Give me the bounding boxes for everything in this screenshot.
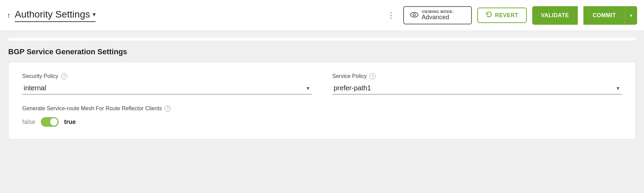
security-policy-value: internal <box>24 84 306 92</box>
service-policy-select[interactable]: prefer-path1 ▼ <box>332 82 622 94</box>
title-underline <box>15 21 96 22</box>
back-button[interactable]: ↑ <box>7 11 11 20</box>
mesh-toggle-label-text: Generate Service-route Mesh For Route Re… <box>22 105 162 112</box>
mesh-toggle-row: Generate Service-route Mesh For Route Re… <box>22 105 622 127</box>
revert-icon <box>486 11 492 20</box>
eye-icon <box>410 11 418 19</box>
svg-point-0 <box>410 12 418 17</box>
header-actions: ⋮ VIEWING MODE: Advanced REVERT <box>384 6 637 25</box>
more-menu-button[interactable]: ⋮ <box>384 8 398 23</box>
app-header: ↑ Authority Settings ▾ ⋮ VIEWING MODE: A… <box>0 0 644 31</box>
title-block: Authority Settings ▾ <box>15 9 96 22</box>
service-policy-dropdown-icon: ▼ <box>616 86 620 91</box>
security-policy-help-icon[interactable]: ? <box>61 73 67 79</box>
section-title: BGP Service Generation Settings <box>8 41 636 62</box>
mesh-toggle-label: Generate Service-route Mesh For Route Re… <box>22 105 622 112</box>
security-policy-field: Security Policy ? internal ▼ <box>22 73 312 94</box>
toggle-true-label: true <box>64 118 76 126</box>
security-policy-dropdown-icon: ▼ <box>306 86 310 91</box>
viewing-mode-button[interactable]: VIEWING MODE: Advanced <box>403 6 472 24</box>
validate-button[interactable]: VALIDATE <box>532 6 578 25</box>
main-content: BGP Service Generation Settings Security… <box>0 31 644 146</box>
service-policy-label: Service Policy ? <box>332 73 622 79</box>
toggle-track <box>41 117 59 127</box>
top-bar <box>8 38 636 41</box>
mesh-toggle-switch[interactable] <box>41 117 59 127</box>
title-dropdown-icon[interactable]: ▾ <box>93 11 96 18</box>
security-policy-label-text: Security Policy <box>22 73 58 79</box>
revert-button[interactable]: REVERT <box>477 8 527 23</box>
settings-card: Security Policy ? internal ▼ Service Pol… <box>8 62 636 139</box>
viewing-mode-value: Advanced <box>422 14 454 21</box>
commit-dropdown-icon: ▾ <box>630 13 632 18</box>
service-policy-value: prefer-path1 <box>334 84 616 92</box>
security-policy-select[interactable]: internal ▼ <box>22 82 312 94</box>
page-title: Authority Settings <box>15 9 90 20</box>
header-left: ↑ Authority Settings ▾ <box>7 9 384 22</box>
commit-group: COMMIT ▾ <box>583 6 637 25</box>
service-policy-field: Service Policy ? prefer-path1 ▼ <box>332 73 622 94</box>
security-policy-label: Security Policy ? <box>22 73 312 79</box>
commit-button[interactable]: COMMIT <box>583 6 625 25</box>
title-row: Authority Settings ▾ <box>15 9 96 20</box>
service-policy-help-icon[interactable]: ? <box>369 73 375 79</box>
viewing-mode-label: VIEWING MODE: <box>422 10 454 14</box>
revert-label: REVERT <box>495 12 518 19</box>
svg-point-1 <box>413 14 415 16</box>
mesh-toggle-help-icon[interactable]: ? <box>165 105 171 112</box>
toggle-false-label: false <box>22 118 35 126</box>
toggle-thumb <box>50 118 58 126</box>
commit-dropdown-button[interactable]: ▾ <box>625 6 637 25</box>
service-policy-label-text: Service Policy <box>332 73 367 79</box>
viewing-mode-text: VIEWING MODE: Advanced <box>422 10 454 21</box>
toggle-control: false true <box>22 117 622 127</box>
policy-row: Security Policy ? internal ▼ Service Pol… <box>22 73 622 94</box>
